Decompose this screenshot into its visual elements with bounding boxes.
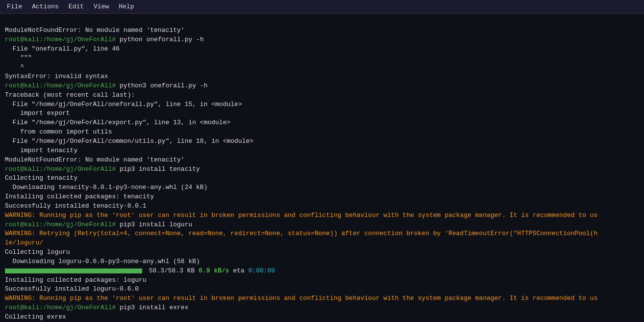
terminal-line: Downloading loguru-0.6.0-py3-none-any.wh… [5, 257, 639, 267]
terminal-line: Collecting tenacity [5, 174, 639, 183]
terminal-line: File "/home/gj/OneForAll/common/utils.py… [5, 137, 639, 146]
prompt-line: root@kali:/home/gj/OneForAll# python3 on… [5, 81, 639, 91]
terminal-line: Collecting exrex [5, 313, 639, 322]
terminal-line: Collecting loguru [5, 248, 639, 257]
terminal-line: ModuleNotFoundError: No module named 'te… [5, 156, 639, 165]
menu-actions[interactable]: Actions [27, 1, 64, 12]
terminal-line: import export [5, 109, 639, 118]
progress-eta-value: 0:00:00 [248, 267, 275, 276]
terminal-line: File "oneforall.py", line 46 [5, 45, 639, 54]
terminal-line: Downloading tenacity-8.0.1-py3-none-any.… [5, 183, 639, 192]
progress-stats: 58.3/58.3 KB [145, 267, 198, 276]
prompt-path: root@kali:/home/gj/OneForAll# [5, 36, 116, 43]
prompt-line: root@kali:/home/gj/OneForAll# python one… [5, 35, 639, 45]
terminal-line: Installing collected packages: tenacity [5, 192, 639, 202]
menu-file[interactable]: File [2, 1, 27, 12]
prompt-line: root@kali:/home/gj/OneForAll# pip3 insta… [5, 303, 639, 313]
terminal-line: from common import utils [5, 128, 639, 137]
prompt-path: root@kali:/home/gj/OneForAll# [5, 304, 116, 311]
terminal-line: ^ [5, 63, 639, 72]
terminal-line: WARNING: Retrying (Retry(total=4, connec… [5, 229, 639, 239]
prompt-command: pip3 install exrex [116, 304, 188, 311]
progress-speed: 6.9 kB/s [198, 267, 233, 276]
menubar: File Actions Edit View Help [0, 0, 644, 14]
prompt-path: root@kali:/home/gj/OneForAll# [5, 82, 116, 89]
terminal-line: Traceback (most recent call last): [5, 91, 639, 100]
prompt-command: pip3 install tenacity [116, 165, 200, 173]
progress-fill [5, 268, 142, 273]
terminal-line: Installing collected packages: loguru [5, 276, 639, 285]
terminal-line: WARNING: Running pip as the 'root' user … [5, 294, 639, 303]
terminal-line: WARNING: Running pip as the 'root' user … [5, 211, 639, 220]
prompt-line: root@kali:/home/gj/OneForAll# pip3 insta… [5, 220, 639, 230]
menu-view[interactable]: View [89, 1, 114, 12]
prompt-command: pip3 install loguru [116, 221, 192, 228]
terminal-body[interactable]: ModuleNotFoundError: No module named 'te… [0, 14, 644, 322]
terminal-line: File "/home/gj/OneForAll/oneforall.py", … [5, 100, 639, 109]
terminal-line: Successfully installed tenacity-8.0.1 [5, 202, 639, 211]
terminal-line: import tenacity [5, 146, 639, 156]
terminal-line: SyntaxError: invalid syntax [5, 72, 639, 81]
menu-help[interactable]: Help [114, 1, 139, 12]
terminal-line: ModuleNotFoundError: No module named 'te… [5, 26, 639, 35]
progress-bar [5, 268, 142, 273]
prompt-path: root@kali:/home/gj/OneForAll# [5, 221, 116, 228]
progress-line: 58.3/58.3 KB 6.9 kB/s eta 0:00:00 [5, 267, 639, 276]
prompt-command: python oneforall.py -h [116, 36, 203, 43]
terminal-line: le/loguru/ [5, 239, 639, 248]
prompt-line: root@kali:/home/gj/OneForAll# pip3 insta… [5, 165, 639, 174]
menu-edit[interactable]: Edit [64, 1, 89, 12]
prompt-path: root@kali:/home/gj/OneForAll# [5, 165, 116, 173]
prompt-command: python3 oneforall.py -h [116, 82, 207, 89]
terminal-line: File "/home/gj/OneForAll/export.py", lin… [5, 118, 639, 128]
terminal-line: Successfully installed loguru-0.6.0 [5, 285, 639, 294]
terminal-line: """ [5, 54, 639, 63]
progress-eta-label: eta [233, 267, 248, 276]
